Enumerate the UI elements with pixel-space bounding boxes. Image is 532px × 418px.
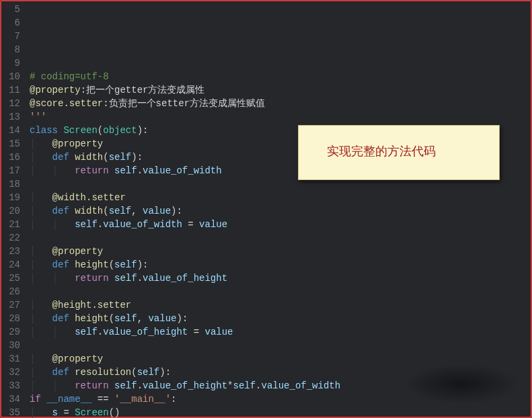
code-token: return [75, 164, 114, 177]
code-token: width [75, 151, 103, 164]
code-token: , [131, 204, 143, 218]
line-number: 17 [1, 164, 26, 177]
code-token: * [227, 379, 233, 392]
code-token: value_of_width [262, 379, 341, 392]
code-line[interactable] [30, 285, 531, 298]
line-number: 27 [1, 298, 26, 312]
code-token: ( [103, 151, 108, 164]
code-token: class [30, 124, 63, 137]
indent-guide: │ [30, 191, 52, 204]
indent-guide: │ [30, 298, 52, 312]
line-number: 7 [1, 30, 26, 43]
code-line[interactable]: │ @property [30, 352, 531, 366]
code-line[interactable]: │ def resolution(self): [30, 366, 531, 379]
code-line[interactable]: @score.setter:负责把一个setter方法变成属性赋值 [30, 97, 531, 110]
code-token: = [182, 218, 199, 231]
code-line[interactable]: │ def width(self, value): [30, 204, 531, 218]
code-line[interactable]: │ │ return self.value_of_height [30, 271, 531, 285]
code-line[interactable]: ''' [30, 110, 531, 124]
line-number: 21 [1, 218, 26, 231]
code-token: self [137, 366, 160, 379]
line-number: 30 [1, 339, 26, 352]
code-token: def [52, 312, 75, 325]
code-line[interactable]: │ def height(self): [30, 258, 531, 271]
code-token: . [256, 379, 261, 392]
code-token: self [75, 218, 98, 231]
code-token: value_of_height [103, 325, 188, 339]
line-number: 32 [1, 366, 26, 379]
code-token: . [137, 271, 143, 285]
indent-guide: │ │ [30, 164, 75, 177]
code-line[interactable]: if __name__ == '__main__': [30, 392, 531, 406]
line-number: 28 [1, 312, 26, 325]
code-token: self [114, 271, 137, 285]
code-token: , [137, 312, 149, 325]
code-editor[interactable]: 5678910111213141516171819202122232425262… [0, 0, 532, 418]
code-token: ): [137, 124, 149, 137]
line-number: 25 [1, 271, 26, 285]
code-token: ( [103, 204, 108, 218]
indent-guide: │ [30, 245, 52, 258]
code-token: value [148, 312, 176, 325]
code-token: value_of_height [143, 379, 227, 392]
code-token: self [109, 204, 132, 218]
code-token: object [103, 124, 137, 137]
code-line[interactable]: │ │ self.value_of_width = value [30, 218, 531, 231]
code-token: value [143, 204, 171, 218]
code-line[interactable] [30, 339, 531, 352]
code-line[interactable]: │ │ return self.value_of_height*self.val… [30, 379, 531, 392]
line-number: 14 [1, 124, 26, 137]
code-line[interactable]: │ @width.setter [30, 191, 531, 204]
code-token: def [52, 366, 75, 379]
code-area[interactable]: # coding=utf-8@property:把一个getter方法变成属性@… [26, 1, 531, 417]
code-token: @width.setter [52, 191, 126, 204]
code-token: def [52, 258, 75, 271]
code-token: self [114, 164, 137, 177]
code-token: ( [98, 124, 103, 137]
line-number: 15 [1, 137, 26, 151]
code-token: @property [30, 83, 81, 97]
code-line[interactable]: │ def height(self, value): [30, 312, 531, 325]
code-token: self [75, 325, 98, 339]
code-token: return [75, 271, 114, 285]
code-token: return [75, 379, 114, 392]
line-number: 26 [1, 285, 26, 298]
code-line[interactable]: │ │ self.value_of_height = value [30, 325, 531, 339]
code-line[interactable] [30, 56, 531, 70]
code-token: :负责把一个setter方法变成属性赋值 [103, 97, 265, 110]
code-token: def [52, 151, 75, 164]
code-token: self [233, 379, 256, 392]
indent-guide: │ │ [30, 379, 75, 392]
code-token: value_of_height [143, 271, 227, 285]
code-line[interactable]: │ s = Screen() [30, 406, 531, 418]
code-line[interactable]: │ @property [30, 245, 531, 258]
line-number: 6 [1, 16, 26, 30]
code-token: . [98, 325, 103, 339]
indent-guide: │ [30, 366, 52, 379]
code-token: () [109, 406, 120, 418]
code-token: ): [176, 312, 188, 325]
code-token: Screen [75, 406, 108, 418]
code-token: resolution [75, 366, 131, 379]
line-number: 22 [1, 231, 26, 245]
code-token: :把一个getter方法变成属性 [81, 83, 205, 97]
indent-guide: │ [30, 258, 52, 271]
code-line[interactable]: │ @height.setter [30, 298, 531, 312]
indent-guide: │ [30, 352, 52, 366]
code-token: self [114, 258, 137, 271]
code-line[interactable]: # coding=utf-8 [30, 70, 531, 83]
code-token: height [75, 312, 108, 325]
code-token: Screen [63, 124, 97, 137]
code-token: . [137, 164, 143, 177]
indent-guide: │ │ [30, 325, 75, 339]
code-token: ): [171, 204, 182, 218]
code-line[interactable] [30, 231, 531, 245]
code-token: if [30, 392, 46, 406]
line-number: 9 [1, 56, 26, 70]
code-token: value [199, 218, 227, 231]
code-token: ( [131, 366, 137, 379]
code-token: : [171, 392, 176, 406]
code-line[interactable]: @property:把一个getter方法变成属性 [30, 83, 531, 97]
code-token: s [52, 406, 58, 418]
code-token: ( [109, 312, 114, 325]
